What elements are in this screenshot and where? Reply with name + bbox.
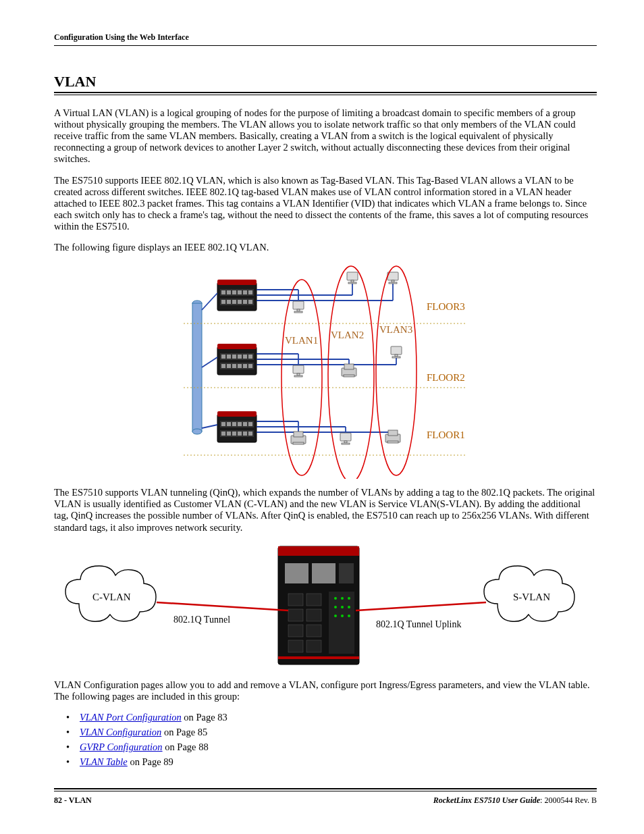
svg-rect-63 — [288, 640, 303, 652]
section-title-vlan: VLAN — [54, 73, 597, 90]
svg-rect-57 — [288, 594, 303, 606]
svg-line-76 — [157, 602, 288, 610]
svg-rect-60 — [306, 609, 321, 621]
link-vlan-config[interactable]: VLAN Configuration — [80, 727, 161, 737]
svg-rect-56 — [339, 563, 354, 583]
fax-icon — [342, 364, 356, 377]
link-gvrp-config[interactable]: GVRP Configuration — [80, 741, 163, 752]
link-vlan-port-config[interactable]: VLAN Port Configuration — [80, 712, 182, 723]
svg-rect-64 — [306, 640, 321, 652]
running-header: Configuration Using the Web Interface — [54, 32, 597, 43]
svg-rect-23 — [192, 303, 202, 432]
vlan1-label: VLAN1 — [285, 335, 318, 346]
cvlan-label: C-VLAN — [92, 592, 131, 602]
svlan-label: S-VLAN — [513, 592, 550, 602]
pc-icon — [340, 433, 351, 444]
list-item: VLAN Table on Page 89 — [66, 756, 597, 768]
svg-rect-59 — [288, 609, 303, 621]
pc-icon — [391, 346, 402, 358]
footer-page-label: 82 - VLAN — [54, 796, 92, 806]
svg-line-77 — [356, 602, 486, 610]
svg-line-30 — [202, 425, 217, 428]
svg-point-74 — [348, 615, 350, 617]
list-item: VLAN Port Configuration on Page 83 — [66, 712, 597, 723]
tunnel-label: 802.1Q Tunnel — [173, 615, 230, 625]
floor1-label: FLOOR1 — [427, 429, 465, 440]
svg-point-67 — [341, 597, 344, 600]
svg-point-66 — [334, 597, 337, 600]
tunnel-uplink-label: 802.1Q Tunnel Uplink — [376, 619, 461, 629]
paragraph-qinq: The ES7510 supports VLAN tunneling (QinQ… — [54, 487, 597, 533]
svg-rect-62 — [306, 625, 321, 637]
vlan2-label: VLAN2 — [331, 330, 364, 340]
header-rule — [54, 45, 597, 46]
page-footer: 82 - VLAN RocketLinx ES7510 User Guide: … — [54, 788, 597, 806]
switch-floor3 — [217, 280, 257, 311]
svg-point-69 — [334, 606, 337, 608]
title-rule — [54, 92, 597, 95]
vlan3-label: VLAN3 — [379, 324, 412, 335]
footer-rev: : 2000544 Rev. B — [540, 796, 597, 805]
paragraph-links-lead: VLAN Configuration pages allow you to ad… — [54, 679, 597, 702]
vlan-floor-diagram: VLAN1 VLAN2 VLAN3 FLOOR3 FLOOR2 FLOOR1 — [170, 263, 481, 479]
link-suffix: on Page 83 — [182, 712, 227, 723]
es7510-switch-icon — [278, 546, 359, 664]
svg-point-73 — [341, 615, 344, 617]
svg-point-24 — [192, 429, 202, 434]
svg-rect-61 — [288, 625, 303, 637]
link-suffix: on Page 85 — [161, 727, 207, 737]
svg-rect-55 — [312, 563, 336, 583]
switch-floor1 — [217, 411, 257, 442]
svg-point-71 — [348, 606, 350, 608]
svg-rect-65 — [329, 592, 354, 654]
svg-rect-75 — [278, 656, 359, 659]
footer-rule — [54, 788, 597, 791]
footer-guide: RocketLinx ES7510 User Guide: 2000544 Re… — [433, 796, 597, 806]
svg-point-51 — [376, 266, 417, 475]
floor2-label: FLOOR2 — [427, 372, 465, 383]
link-list: VLAN Port Configuration on Page 83 VLAN … — [66, 712, 597, 768]
switch-floor2 — [217, 344, 257, 375]
svg-rect-58 — [306, 594, 321, 606]
svg-line-29 — [202, 357, 217, 367]
link-vlan-table[interactable]: VLAN Table — [80, 756, 128, 767]
link-suffix: on Page 88 — [163, 741, 209, 752]
paragraph-figure-lead: The following figure displays an IEEE 80… — [54, 242, 597, 253]
fax-icon — [291, 432, 306, 444]
svg-point-72 — [334, 615, 337, 617]
footer-guide-title: RocketLinx ES7510 User Guide — [433, 796, 540, 805]
paragraph-intro-2: The ES7510 supports IEEE 802.1Q VLAN, wh… — [54, 175, 597, 233]
pc-icon — [293, 301, 304, 313]
svg-rect-54 — [285, 563, 308, 583]
floor3-label: FLOOR3 — [427, 301, 465, 312]
link-suffix: on Page 89 — [128, 756, 173, 767]
paragraph-intro-1: A Virtual LAN (VLAN) is a logical groupi… — [54, 107, 597, 165]
svg-point-70 — [341, 606, 344, 608]
list-item: GVRP Configuration on Page 88 — [66, 741, 597, 753]
list-item: VLAN Configuration on Page 85 — [66, 727, 597, 738]
svg-rect-53 — [278, 546, 359, 556]
svg-point-68 — [348, 597, 350, 600]
pc-icon — [347, 272, 358, 284]
svg-line-28 — [202, 293, 217, 310]
qinq-diagram: C-VLAN S-VLAN — [55, 543, 595, 671]
pc-icon — [293, 365, 304, 377]
